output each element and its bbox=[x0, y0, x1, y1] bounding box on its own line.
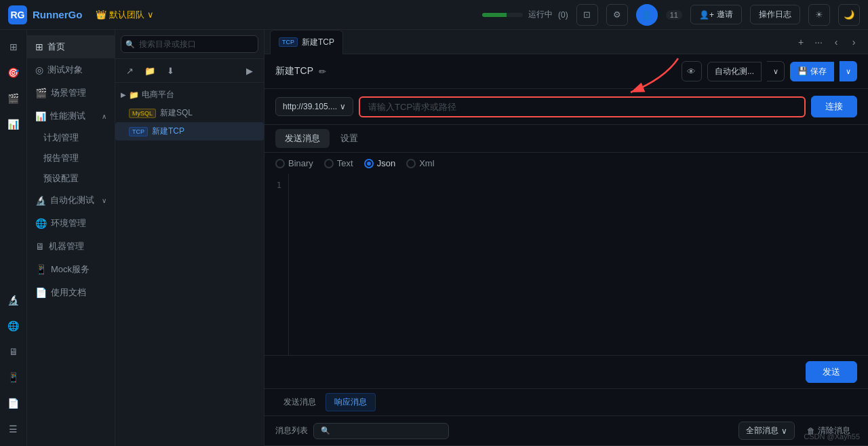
sql-badge: MySQL bbox=[129, 109, 156, 118]
send-button[interactable]: 发送 bbox=[806, 361, 857, 383]
team-selector[interactable]: 👑 默认团队 ∨ bbox=[90, 6, 159, 24]
tree-search-wrap: 🔍 bbox=[121, 35, 258, 53]
rail-test-target[interactable]: 🎯 bbox=[2, 61, 25, 84]
tab-tcp1[interactable]: TCP 新建TCP bbox=[270, 30, 343, 54]
tree-group-ecommerce[interactable]: ▶ 📁 电商平台 bbox=[115, 86, 264, 104]
tree-more-btn[interactable]: ▶ bbox=[241, 62, 258, 79]
url-bar: http://39.105.... ∨ 连接 输入 TCP 请求 URL bbox=[264, 89, 868, 125]
tree-group-label: 电商平台 bbox=[142, 89, 174, 100]
tab-prev-btn[interactable]: ‹ bbox=[827, 33, 845, 51]
edit-icon[interactable]: ✏ bbox=[319, 67, 326, 77]
rail-perf[interactable]: 📊 bbox=[2, 113, 25, 136]
filter-label: 全部消息 bbox=[746, 425, 778, 436]
expand-icon: ∧ bbox=[102, 113, 106, 120]
radio-xml[interactable]: Xml bbox=[406, 158, 434, 168]
save-button[interactable]: 💾 保存 bbox=[790, 62, 834, 81]
eye-button[interactable]: 👁 bbox=[682, 61, 702, 81]
user-plus-icon: 👤+ bbox=[699, 10, 714, 20]
avatar[interactable]: 👤 bbox=[636, 4, 658, 26]
code-editor-area: 1 bbox=[264, 174, 868, 356]
sidebar-item-perf[interactable]: 📊 性能测试 ∧ bbox=[27, 105, 115, 128]
topnav: RG RunnerGo 👑 默认团队 ∨ 运行中 (0) ⊡ ⚙ 👤 11 👤+… bbox=[0, 0, 868, 30]
status-progress bbox=[482, 13, 523, 17]
sidebar-item-plan[interactable]: 计划管理 bbox=[43, 128, 115, 148]
radio-binary[interactable]: Binary bbox=[275, 158, 313, 168]
dark-mode-toggle[interactable]: 🌙 bbox=[838, 4, 860, 26]
radio-json[interactable]: Json bbox=[364, 158, 395, 168]
tree-download-btn[interactable]: ⬇ bbox=[161, 62, 179, 79]
code-input[interactable] bbox=[289, 174, 868, 355]
invite-button[interactable]: 👤+ 邀请 bbox=[690, 5, 742, 24]
sidebar-item-env[interactable]: 🌐 环境管理 bbox=[27, 212, 115, 235]
save-label: 保存 bbox=[810, 66, 827, 77]
radio-json-label: Json bbox=[377, 158, 395, 168]
sidebar-item-machine[interactable]: 🖥 机器管理 bbox=[27, 235, 115, 258]
settings-btn[interactable]: ⚙ bbox=[606, 4, 628, 26]
ops-log-button[interactable]: 操作日志 bbox=[750, 5, 800, 24]
sidebar-item-home[interactable]: ⊞ 首页 bbox=[27, 35, 115, 58]
status-bar: 运行中 (0) bbox=[482, 9, 568, 20]
rail-docs[interactable]: 📄 bbox=[2, 392, 25, 415]
save-arrow-btn[interactable]: ∨ bbox=[840, 61, 857, 81]
auto-test-button[interactable]: 自动化测... bbox=[707, 62, 762, 81]
tree-leaf-tcp-label: 新建TCP bbox=[152, 126, 249, 137]
chevron-right-icon: ▶ bbox=[121, 91, 126, 98]
mock-icon: 📱 bbox=[35, 264, 47, 275]
rail-mock[interactable]: 📱 bbox=[2, 366, 25, 389]
radio-binary-label: Binary bbox=[288, 158, 313, 168]
sidebar-item-preset[interactable]: 预设配置 bbox=[43, 168, 115, 189]
rail-scene[interactable]: 🎬 bbox=[2, 87, 25, 110]
expand-auto-icon: ∨ bbox=[102, 197, 106, 204]
radio-xml-label: Xml bbox=[419, 158, 434, 168]
sidebar-item-scene[interactable]: 🎬 场景管理 bbox=[27, 81, 115, 105]
rail-autotest[interactable]: 🔬 bbox=[2, 289, 25, 312]
sidebar-item-mock[interactable]: 📱 Mock服务 bbox=[27, 258, 115, 281]
auto-test-arrow-btn[interactable]: ∨ bbox=[767, 61, 785, 81]
user-count: 11 bbox=[666, 10, 682, 20]
machine-icon: 🖥 bbox=[35, 241, 45, 252]
resp-tab-send[interactable]: 发送消息 bbox=[275, 394, 324, 411]
rail-menu[interactable]: ☰ bbox=[2, 417, 25, 441]
tree-search-input[interactable] bbox=[121, 35, 258, 53]
inner-tabs: 发送消息 设置 bbox=[264, 125, 868, 153]
url-input[interactable] bbox=[359, 96, 806, 117]
tree-leaf-tcp[interactable]: TCP 新建TCP ··· bbox=[115, 122, 264, 141]
radio-text[interactable]: Text bbox=[324, 158, 353, 168]
app-name: RunnerGo bbox=[33, 9, 82, 20]
tree-share-btn[interactable]: ↗ bbox=[121, 62, 138, 79]
search-icon: 🔍 bbox=[125, 40, 135, 49]
message-search: 🔍 bbox=[313, 423, 449, 439]
tree-folder-btn[interactable]: 📁 bbox=[141, 62, 159, 79]
tab-add-btn[interactable]: + bbox=[792, 33, 810, 51]
sidebar-item-docs[interactable]: 📄 使用文档 bbox=[27, 281, 115, 304]
rail-home[interactable]: ⊞ bbox=[2, 35, 25, 58]
sidebar-preset-label: 预设配置 bbox=[43, 172, 79, 185]
sidebar-test-target-label: 测试对象 bbox=[47, 64, 83, 76]
message-list-label: 消息列表 bbox=[275, 425, 308, 436]
tab-more-btn[interactable]: ··· bbox=[810, 33, 827, 51]
radio-json-circle bbox=[364, 159, 374, 168]
folder-icon: 📁 bbox=[129, 90, 139, 100]
send-row: 发送 bbox=[264, 356, 868, 389]
rail-machine[interactable]: 🖥 bbox=[2, 340, 25, 363]
message-filter-dropdown[interactable]: 全部消息 ∨ bbox=[738, 422, 795, 440]
save-icon: 💾 bbox=[797, 67, 808, 76]
sidebar-item-autotest[interactable]: 🔬 自动化测试 ∨ bbox=[27, 189, 115, 212]
tab-next-btn[interactable]: › bbox=[845, 33, 863, 51]
radio-text-label: Text bbox=[337, 158, 353, 168]
sidebar-item-test-target[interactable]: ◎ 测试对象 bbox=[27, 58, 115, 81]
home-icon: ⊞ bbox=[35, 41, 43, 52]
sidebar-item-report[interactable]: 报告管理 bbox=[43, 148, 115, 168]
inner-tab-settings[interactable]: 设置 bbox=[331, 129, 368, 148]
rail-env[interactable]: 🌐 bbox=[2, 314, 25, 337]
line-numbers: 1 bbox=[264, 174, 289, 355]
connect-button[interactable]: 连接 bbox=[811, 96, 857, 117]
theme-toggle[interactable]: ☀ bbox=[808, 4, 830, 26]
inner-tab-send[interactable]: 发送消息 bbox=[275, 129, 330, 148]
screen-btn[interactable]: ⊡ bbox=[576, 4, 598, 26]
message-search-input[interactable] bbox=[334, 426, 441, 436]
sidebar-machine-label: 机器管理 bbox=[49, 240, 84, 253]
url-method-dropdown[interactable]: http://39.105.... ∨ bbox=[275, 97, 353, 116]
tree-leaf-mysql[interactable]: MySQL 新建SQL bbox=[115, 104, 264, 122]
resp-tab-response[interactable]: 响应消息 bbox=[326, 393, 376, 411]
